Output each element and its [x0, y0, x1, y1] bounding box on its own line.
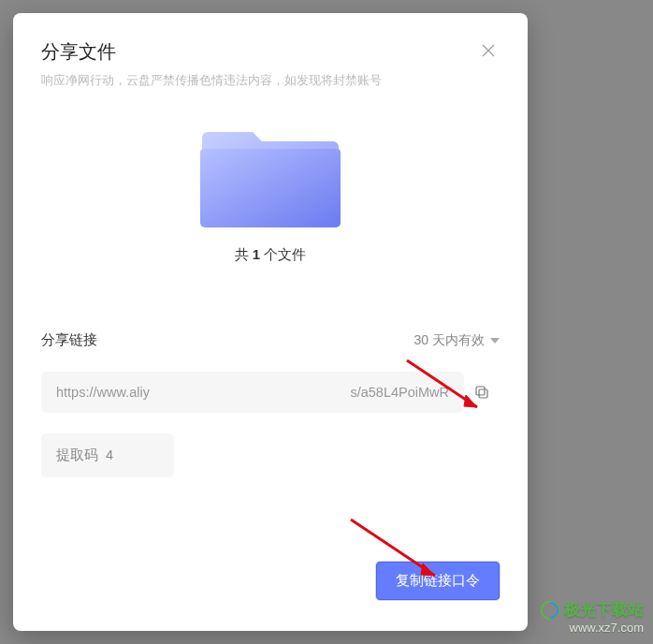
- copy-icon: [473, 384, 490, 401]
- watermark: 极光下载站 www.xz7.com: [540, 599, 644, 635]
- chevron-down-icon: [490, 336, 500, 345]
- svg-point-9: [542, 601, 559, 618]
- share-file-modal: 分享文件 响应净网行动，云盘严禁传播色情违法内容，如发现将封禁账号: [13, 13, 528, 631]
- link-text-part2: s/a58L4PoiMwR: [350, 385, 449, 400]
- svg-rect-3: [479, 389, 487, 398]
- copy-link-password-button[interactable]: 复制链接口令: [376, 562, 500, 600]
- close-button[interactable]: [477, 39, 500, 62]
- file-count-prefix: 共: [235, 246, 253, 262]
- close-icon: [480, 42, 497, 59]
- folder-icon: [200, 117, 341, 229]
- watermark-url: www.xz7.com: [540, 621, 644, 635]
- modal-title: 分享文件: [41, 39, 116, 65]
- expiry-dropdown[interactable]: 30 天内有效: [414, 332, 500, 349]
- svg-rect-4: [476, 387, 485, 395]
- link-text-part1: https://www.aliy: [56, 385, 150, 400]
- svg-marker-2: [490, 338, 500, 344]
- extract-code-label: 提取码: [56, 447, 98, 462]
- watermark-name: 极光下载站: [564, 599, 644, 621]
- modal-subtitle: 响应净网行动，云盘严禁传播色情违法内容，如发现将封禁账号: [41, 72, 500, 89]
- file-count-suffix: 个文件: [260, 246, 306, 262]
- file-count-number: 1: [253, 246, 260, 262]
- watermark-logo-icon: [540, 600, 560, 621]
- extract-code-value: 4: [106, 447, 113, 462]
- copy-link-button[interactable]: [464, 384, 500, 401]
- share-link-field[interactable]: https://www.aliy s/a58L4PoiMwR: [41, 372, 464, 413]
- extract-code-field[interactable]: 提取码 4: [41, 433, 174, 477]
- share-link-label: 分享链接: [41, 331, 97, 349]
- file-count-text: 共 1 个文件: [41, 246, 500, 264]
- expiry-label: 30 天内有效: [414, 332, 485, 349]
